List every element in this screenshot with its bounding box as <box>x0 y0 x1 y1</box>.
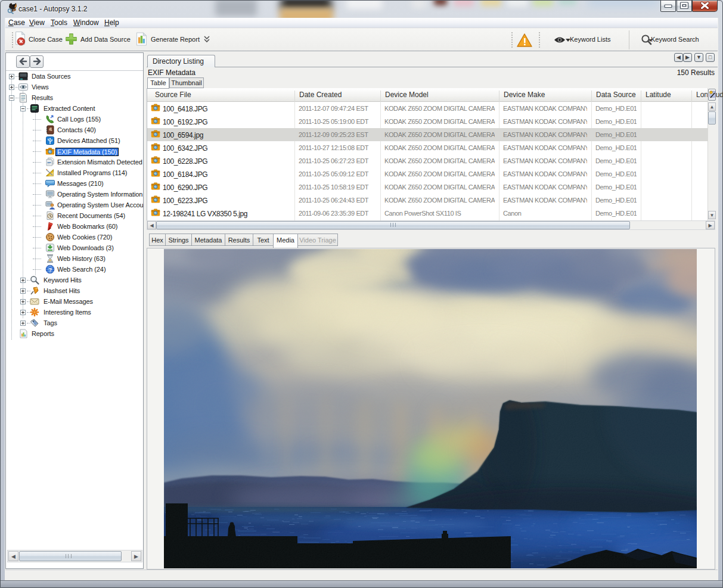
svg-text:?: ? <box>48 266 52 273</box>
